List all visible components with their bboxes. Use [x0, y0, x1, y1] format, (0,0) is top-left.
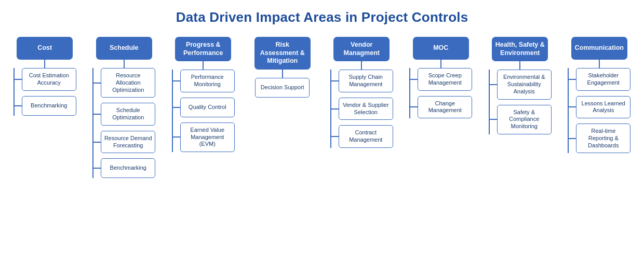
child-row: Environmental & Sustainability Analysis — [490, 70, 552, 99]
h-arm — [569, 79, 576, 80]
tree-communication: Stakeholder EngagementLessons Learned An… — [568, 68, 630, 153]
columns-container: CostCost Estimation AccuracyBenchmarking… — [5, 37, 639, 178]
h-arm — [331, 80, 339, 81]
column-risk: Risk Assessment & MitigationDecision Sup… — [243, 37, 323, 98]
children-list: Performance MonitoringQuality ControlEar… — [173, 70, 235, 152]
child-row: Quality Control — [173, 98, 235, 117]
header-communication: Communication — [571, 37, 627, 60]
connector-vendor — [361, 61, 362, 70]
column-vendor: Vendor ManagmentSupply Chain ManagementV… — [322, 37, 401, 148]
child-node: Benchmarking — [22, 96, 76, 116]
child-node: Real-time Reporting & Dashboards — [576, 124, 630, 153]
child-node: Stakeholder Engagement — [576, 68, 630, 91]
child-node: Scope Creep Management — [418, 68, 472, 91]
page: Data Driven Impact Areas in Project Cont… — [0, 0, 644, 260]
h-arm — [490, 84, 497, 85]
h-arm — [93, 168, 101, 169]
h-arm — [569, 106, 576, 107]
child-node: Schedule Optimization — [101, 103, 155, 126]
children-list: Stakeholder EngagementLessons Learned An… — [569, 68, 630, 153]
h-arm — [93, 83, 101, 84]
children-list: Supply Chain ManagementVendor & Supplier… — [331, 70, 393, 148]
header-vendor: Vendor Managment — [333, 37, 390, 61]
child-row: Benchmarking — [15, 96, 76, 116]
page-title: Data Driven Impact Areas in Project Cont… — [5, 9, 639, 25]
header-hse: Health, Safety & Environment — [492, 37, 548, 61]
column-cost: CostCost Estimation AccuracyBenchmarking — [5, 37, 85, 116]
child-row: Real-time Reporting & Dashboards — [569, 124, 630, 153]
connector-risk — [282, 70, 283, 78]
child-node: Change Management — [418, 96, 472, 119]
child-row: Cost Estimation Accuracy — [15, 68, 76, 91]
connector-communication — [599, 60, 600, 68]
child-node: Environmental & Sustainability Analysis — [497, 70, 552, 99]
child-row: Change Management — [410, 96, 472, 119]
child-node: Lessons Learned Analysis — [576, 96, 630, 119]
header-moc: MOC — [413, 37, 469, 60]
tree-cost: Cost Estimation AccuracyBenchmarking — [14, 68, 76, 116]
h-arm — [410, 79, 418, 80]
child-row: Lessons Learned Analysis — [569, 96, 630, 119]
child-row: Contract Management — [331, 125, 393, 148]
h-arm — [331, 136, 339, 137]
h-arm — [490, 119, 497, 120]
column-schedule: ScheduleResource Allocation Optimization… — [85, 37, 164, 178]
children-list: Resource Allocation OptimizationSchedule… — [93, 68, 155, 178]
child-node: Benchmarking — [101, 158, 155, 178]
tree-moc: Scope Creep ManagementChange Management — [409, 68, 472, 118]
header-progress: Progress & Performance — [175, 37, 231, 61]
child-node: Supply Chain Management — [339, 70, 393, 92]
child-node: Performance Monitoring — [180, 70, 235, 92]
header-cost: Cost — [17, 37, 73, 60]
child-node: Earned Value Management (EVM) — [180, 122, 235, 152]
h-arm — [15, 105, 22, 106]
connector-schedule — [124, 60, 125, 68]
child-row: Earned Value Management (EVM) — [173, 122, 235, 152]
children-risk: Decision Support — [255, 78, 310, 98]
child-row: Supply Chain Management — [331, 70, 393, 92]
connector-progress — [203, 61, 204, 70]
h-arm — [331, 108, 339, 110]
connector-hse — [519, 61, 520, 70]
child-node: Resource Allocation Optimization — [101, 68, 155, 98]
h-arm — [173, 80, 180, 81]
children-list: Scope Creep ManagementChange Management — [410, 68, 472, 118]
h-arm — [15, 79, 22, 80]
child-row: Resource Allocation Optimization — [93, 68, 155, 98]
header-risk: Risk Assessment & Mitigation — [254, 37, 311, 70]
column-moc: MOCScope Creep ManagementChange Manageme… — [401, 37, 481, 118]
tree-schedule: Resource Allocation OptimizationSchedule… — [92, 68, 155, 178]
child-node: Decision Support — [255, 78, 310, 98]
child-row: Benchmarking — [93, 158, 155, 178]
h-arm — [93, 114, 101, 115]
child-node: Contract Management — [339, 125, 393, 148]
child-row: Performance Monitoring — [173, 70, 235, 92]
child-row: Schedule Optimization — [93, 103, 155, 126]
tree-vendor: Supply Chain ManagementVendor & Supplier… — [330, 70, 393, 148]
child-row: Safety & Compliance Monitoring — [490, 105, 552, 134]
tree-progress: Performance MonitoringQuality ControlEar… — [172, 70, 235, 152]
child-node: Resource Demand Forecasting — [101, 131, 155, 154]
connector-cost — [44, 60, 45, 68]
child-node: Quality Control — [180, 98, 235, 117]
column-progress: Progress & PerformancePerformance Monito… — [164, 37, 243, 152]
h-arm — [173, 136, 180, 138]
h-arm — [569, 138, 576, 139]
h-arm — [93, 142, 101, 143]
column-communication: CommunicationStakeholder EngagementLesso… — [560, 37, 639, 153]
h-arm — [173, 107, 180, 108]
children-list: Cost Estimation AccuracyBenchmarking — [15, 68, 76, 116]
child-row: Resource Demand Forecasting — [93, 131, 155, 154]
children-list: Environmental & Sustainability AnalysisS… — [490, 70, 552, 134]
header-schedule: Schedule — [96, 37, 152, 60]
child-node: Cost Estimation Accuracy — [22, 68, 76, 91]
connector-moc — [440, 60, 441, 68]
child-node: Safety & Compliance Monitoring — [497, 105, 552, 134]
child-row: Stakeholder Engagement — [569, 68, 630, 91]
h-arm — [410, 106, 418, 107]
child-row: Vendor & Supplier Selection — [331, 98, 393, 120]
child-node: Vendor & Supplier Selection — [339, 98, 393, 120]
tree-hse: Environmental & Sustainability AnalysisS… — [489, 70, 552, 134]
child-row: Scope Creep Management — [410, 68, 472, 91]
column-hse: Health, Safety & EnvironmentEnvironmenta… — [480, 37, 560, 134]
